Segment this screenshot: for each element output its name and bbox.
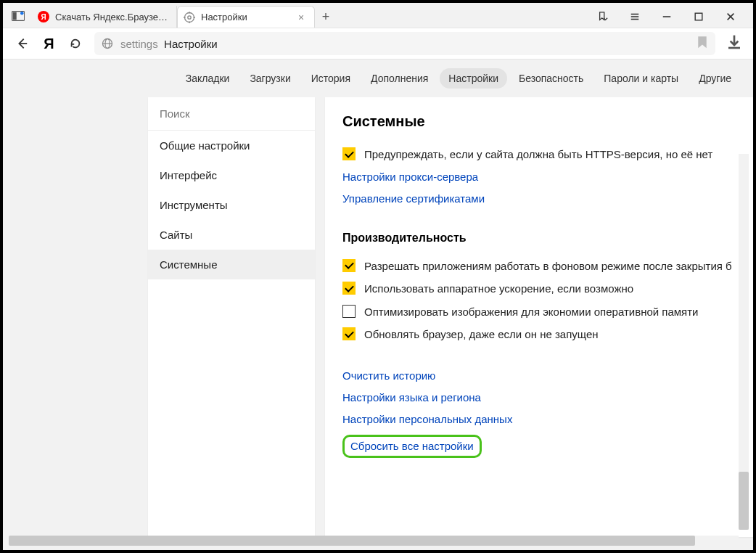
proxy-settings-link[interactable]: Настройки прокси-сервера [342,171,478,183]
sidebar-item[interactable]: Инструменты [148,190,315,220]
reset-all-settings-highlight: Сбросить все настройки [342,435,482,458]
sidebar-item[interactable]: Системные [148,250,315,279]
checkbox[interactable] [342,259,356,272]
sidebar-item[interactable]: Интерфейс [148,160,315,190]
sidebar-toggle-icon[interactable] [9,7,28,25]
svg-point-5 [185,12,194,22]
settings-main-panel: Системные Предупреждать, если у сайта до… [325,97,753,537]
address-text: settings Настройки [120,38,218,50]
option-row[interactable]: Обновлять браузер, даже если он не запущ… [342,323,753,346]
topnav-item[interactable]: Закладки [177,68,239,89]
topnav-item[interactable]: Другие [690,68,740,89]
sidebar-item[interactable]: Общие настройки [148,131,315,160]
option-https-warn[interactable]: Предупреждать, если у сайта должна быть … [342,143,753,166]
option-label: Обновлять браузер, даже если он не запущ… [364,327,599,342]
option-label: Разрешать приложениям работать в фоновом… [364,259,732,274]
settings-link[interactable]: Очистить историю [342,369,435,382]
address-bar[interactable]: settings Настройки [94,32,715,55]
option-row[interactable]: Разрешать приложениям работать в фоновом… [342,255,753,278]
yandex-favicon-icon: Я [38,11,49,22]
minimize-button[interactable] [657,7,676,26]
topnav-item[interactable]: Пароли и карты [595,68,687,89]
tab-title: Скачать Яндекс.Браузер д [55,12,169,22]
topnav-item[interactable]: Настройки [440,68,507,89]
bookmark-icon[interactable] [697,36,708,52]
settings-link[interactable]: Настройки языка и региона [342,391,481,404]
svg-text:Я: Я [41,13,46,21]
settings-sidebar: Общие настройкиИнтерфейсИнструментыСайты… [148,97,315,537]
window-close-button[interactable] [721,7,740,26]
svg-rect-15 [695,13,702,20]
option-row[interactable]: Оптимизировать изображения для экономии … [342,300,753,324]
yandex-home-button[interactable]: Я [41,36,57,52]
close-tab-icon[interactable]: × [295,12,307,23]
section-heading-system: Системные [342,113,753,130]
option-row[interactable]: Использовать аппаратное ускорение, если … [342,277,753,300]
svg-point-6 [188,15,191,18]
horizontal-scrollbar[interactable] [9,536,739,546]
checkbox[interactable] [342,305,356,318]
checkbox[interactable] [342,147,356,160]
tab-settings[interactable]: Настройки × [177,6,315,28]
checkbox[interactable] [342,282,356,295]
gear-favicon-icon [184,12,195,23]
topnav-item[interactable]: Безопасность [510,68,592,89]
option-label: Оптимизировать изображения для экономии … [364,305,698,319]
new-tab-button[interactable]: + [315,6,337,28]
settings-top-nav: ЗакладкиЗагрузкиИсторияДополненияНастрой… [3,60,753,97]
option-label: Использовать аппаратное ускорение, если … [364,282,633,296]
svg-point-2 [20,12,24,15]
reload-button[interactable] [67,35,84,52]
settings-link[interactable]: Настройки персональных данных [342,413,512,425]
settings-search[interactable] [148,97,315,131]
topnav-item[interactable]: Дополнения [362,68,437,89]
vertical-scrollbar[interactable] [739,154,749,530]
checkbox[interactable] [342,327,356,340]
address-bar-row: Я settings Настройки [3,28,753,60]
search-input[interactable] [160,107,303,120]
sidebar-item[interactable]: Сайты [148,220,315,250]
certificates-link[interactable]: Управление сертификатами [342,192,485,205]
tab-title: Настройки [201,12,295,22]
downloads-button[interactable] [726,33,743,54]
settings-page: ЗакладкиЗагрузкиИсторияДополненияНастрой… [3,60,753,550]
maximize-button[interactable] [689,7,708,26]
back-button[interactable] [13,35,30,52]
tab-strip: Я Скачать Яндекс.Браузер д Настройки × + [3,3,753,28]
topnav-item[interactable]: История [303,68,359,89]
site-info-icon[interactable] [102,38,113,49]
settings-link[interactable]: Сбросить все настройки [350,440,474,452]
menu-icon[interactable] [625,7,644,26]
topnav-item[interactable]: Загрузки [241,68,299,89]
option-label: Предупреждать, если у сайта должна быть … [364,147,712,162]
bookmarks-dropdown-icon[interactable] [593,7,612,26]
svg-rect-1 [13,12,17,20]
section-heading-performance: Производительность [342,232,753,245]
tab-yandex-download[interactable]: Я Скачать Яндекс.Браузер д [32,6,177,28]
